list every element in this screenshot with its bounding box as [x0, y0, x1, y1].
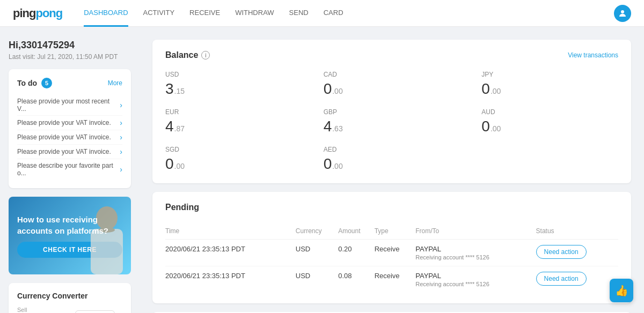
currency-converter: Currency Converter Sell USD EUR GBP CAD …: [9, 283, 131, 313]
todo-title: To do 5: [17, 78, 52, 88]
greeting-title: Hi,3301475294: [9, 40, 131, 51]
banner-title: How to use receiving accounts on platfor…: [17, 214, 122, 236]
content-area: Hi,3301475294 Last visit: Jul 21, 2020, …: [0, 27, 644, 313]
todo-item[interactable]: Please provide your VAT invoice. ›: [17, 145, 122, 159]
pending-section: Pending Time Currency Amount Type From/T…: [152, 192, 631, 303]
sell-label: Sell: [17, 307, 71, 313]
time-cell: 2020/06/21 23:35:13 PDT: [165, 266, 296, 293]
feedback-thumb-button[interactable]: 👍: [610, 279, 633, 302]
greeting: Hi,3301475294 Last visit: Jul 21, 2020, …: [9, 40, 131, 61]
view-transactions-link[interactable]: View transactions: [568, 51, 618, 59]
type-cell: Receive: [375, 266, 416, 293]
todo-list: Please provide your most recent V... › P…: [17, 95, 122, 180]
balance-cad: CAD 0 .00: [324, 71, 460, 98]
col-fromto: From/To: [415, 223, 536, 240]
svg-point-0: [621, 10, 624, 13]
currency-select[interactable]: USD EUR GBP CAD JPY AUD SGD AED: [75, 310, 115, 314]
todo-card: To do 5 More Please provide your most re…: [9, 69, 131, 188]
todo-arrow-icon: ›: [120, 101, 122, 109]
info-icon: i: [201, 51, 210, 59]
main-content: Balance i View transactions USD 3 .15 CA…: [140, 27, 644, 313]
todo-arrow-icon: ›: [120, 165, 122, 174]
last-visit: Last visit: Jul 21, 2020, 11:50 AM PDT: [9, 53, 131, 61]
status-cell: Need action: [536, 266, 618, 293]
todo-item[interactable]: Please provide your most recent V... ›: [17, 95, 122, 116]
balance-eur: EUR 4 .87: [165, 108, 302, 135]
converter-title: Currency Converter: [17, 292, 122, 300]
balance-section: Balance i View transactions USD 3 .15 CA…: [152, 40, 631, 183]
pending-header: Pending: [165, 203, 618, 212]
col-amount: Amount: [338, 223, 374, 240]
pending-title: Pending: [165, 203, 199, 212]
todo-item[interactable]: Please describe your favorite part o... …: [17, 159, 122, 180]
pending-table: Time Currency Amount Type From/To Status…: [165, 223, 618, 293]
balance-grid: USD 3 .15 CAD 0 .00 JPY: [165, 71, 618, 173]
balance-aed: AED 0 .00: [324, 146, 460, 173]
pending-row: 2020/06/21 23:35:13 PDT USD 0.20 Receive…: [165, 240, 618, 266]
avatar[interactable]: [614, 5, 631, 22]
nav-activity[interactable]: ACTIVITY: [143, 0, 175, 27]
todo-arrow-icon: ›: [120, 147, 122, 156]
balance-aud: AUD 0 .00: [481, 108, 618, 135]
todo-item[interactable]: Please provide your VAT invoice. ›: [17, 116, 122, 130]
todo-more[interactable]: More: [108, 79, 122, 87]
todo-item[interactable]: Please provide your VAT invoice. ›: [17, 130, 122, 145]
col-time: Time: [165, 223, 296, 240]
banner: How to use receiving accounts on platfor…: [9, 197, 131, 274]
thumbs-up-icon: 👍: [615, 284, 628, 297]
fromto-cell: PAYPAL Receiving account **** 5126: [415, 240, 536, 266]
todo-arrow-icon: ›: [120, 133, 122, 141]
time-cell: 2020/06/21 23:35:13 PDT: [165, 240, 296, 266]
currency-cell: USD: [296, 240, 338, 266]
balance-usd: USD 3 .15: [165, 71, 302, 98]
pending-row: 2020/06/21 23:35:13 PDT USD 0.08 Receive…: [165, 266, 618, 293]
main-nav: DASHBOARD ACTIVITY RECEIVE WITHDRAW SEND…: [84, 0, 614, 27]
header: pingpong DASHBOARD ACTIVITY RECEIVE WITH…: [0, 0, 644, 27]
balance-header: Balance i View transactions: [165, 50, 618, 60]
need-action-button[interactable]: Need action: [536, 272, 587, 286]
converter-row: Sell USD EUR GBP CAD JPY AUD SGD AED ▾: [17, 307, 122, 313]
nav-withdraw[interactable]: WITHDRAW: [235, 0, 274, 27]
balance-title: Balance i: [165, 50, 210, 60]
nav-receive[interactable]: RECEIVE: [189, 0, 220, 27]
todo-arrow-icon: ›: [120, 118, 122, 127]
balance-gbp: GBP 4 .63: [324, 108, 460, 135]
amount-cell: 0.20: [338, 240, 374, 266]
type-cell: Receive: [375, 240, 416, 266]
todo-header: To do 5 More: [17, 78, 122, 88]
todo-badge: 5: [41, 78, 52, 88]
col-status: Status: [536, 223, 618, 240]
amount-cell: 0.08: [338, 266, 374, 293]
need-action-button[interactable]: Need action: [536, 245, 587, 259]
fromto-cell: PAYPAL Receiving account **** 5126: [415, 266, 536, 293]
logo: pingpong: [13, 6, 62, 20]
sidebar: Hi,3301475294 Last visit: Jul 21, 2020, …: [0, 27, 140, 313]
col-type: Type: [375, 223, 416, 240]
status-cell: Need action: [536, 240, 618, 266]
balance-sgd: SGD 0 .00: [165, 146, 302, 173]
col-currency: Currency: [296, 223, 338, 240]
balance-jpy: JPY 0 .00: [481, 71, 618, 98]
nav-dashboard[interactable]: DASHBOARD: [84, 0, 128, 27]
currency-cell: USD: [296, 266, 338, 293]
nav-send[interactable]: SEND: [289, 0, 309, 27]
nav-card[interactable]: CARD: [324, 0, 343, 27]
